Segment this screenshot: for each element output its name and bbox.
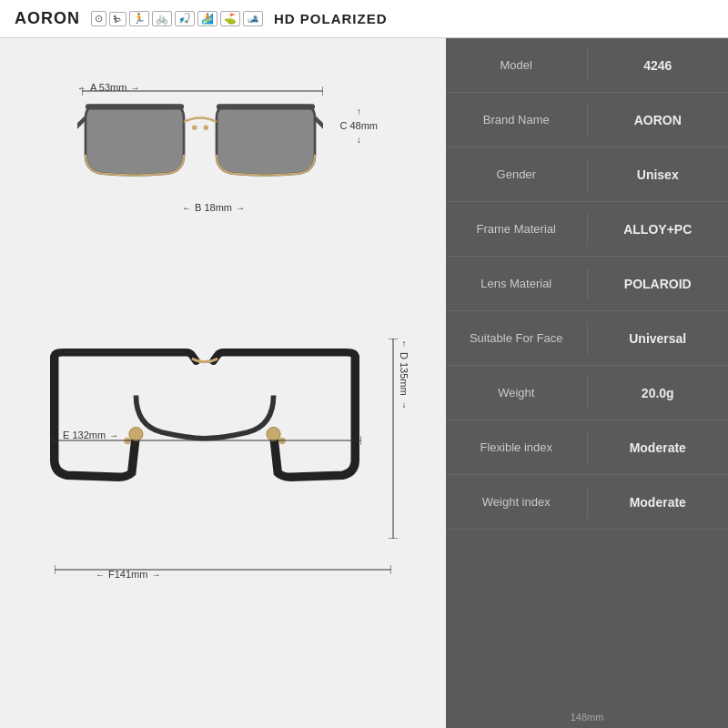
header: AORON ⊙ ⛷ 🏃 🚲 🎣 🏄 ⛳ 🎿 HD POLARIZED (0, 0, 728, 38)
spec-value-model: 4246 (587, 49, 729, 82)
svg-rect-2 (86, 104, 184, 109)
dim-d-container: ↑ D 135mm ↓ (399, 339, 410, 410)
dim-e-line (52, 436, 361, 445)
arrow-right-b: → (236, 203, 245, 213)
surf-icon: 🏄 (197, 11, 217, 26)
fish-icon: 🎣 (175, 11, 195, 26)
spec-row-weight: Weight 20.0g (446, 366, 728, 420)
spec-value-weight-index: Moderate (587, 486, 729, 519)
arrow-left-b: ← (182, 203, 191, 213)
spec-label-weight: Weight (446, 377, 587, 409)
dim-d-line (389, 339, 398, 539)
spec-label-model: Model (446, 49, 587, 81)
spec-row-flexible: Flexible index Moderate (446, 420, 728, 475)
specs-panel: Model 4246 Brand Name AORON Gender Unise… (446, 38, 728, 728)
ski-icon: ⛷ (109, 12, 126, 26)
spec-value-flexible: Moderate (587, 431, 729, 464)
spec-label-flexible: Flexible index (446, 431, 587, 463)
spec-label-brand: Brand Name (446, 104, 587, 136)
spec-label-weight-index: Weight index (446, 486, 587, 518)
arrow-down-c: ↓ (357, 135, 361, 145)
spec-value-weight: 20.0g (587, 377, 729, 410)
dim-b-label: B 18mm (195, 202, 232, 213)
dim-c-label: C 48mm (339, 120, 378, 131)
bottom-note-bar: 148mm (446, 706, 728, 728)
arrow-up-c: ↑ (357, 106, 361, 116)
circle-icon: ⊙ (91, 11, 106, 26)
spec-row-brand: Brand Name AORON (446, 93, 728, 147)
run-icon: 🏃 (129, 11, 149, 26)
dim-b-container: ← B 18mm → (182, 202, 245, 213)
spec-value-face: Universal (587, 322, 729, 355)
spec-label-frame-material: Frame Material (446, 213, 587, 245)
front-view-diagram: ← A 53mm → ← B 18mm → ↑ C 48mm ↓ (23, 56, 423, 316)
spec-row-frame-material: Frame Material ALLOY+PC (446, 202, 728, 257)
spec-label-gender: Gender (446, 158, 587, 190)
svg-point-4 (192, 126, 197, 130)
arrow-up-d: ↑ (402, 339, 407, 349)
dim-f-line (55, 565, 391, 574)
spec-value-gender: Unisex (587, 158, 729, 191)
golf-icon: ⛳ (220, 11, 240, 26)
dim-a-line (82, 86, 323, 96)
bottom-note-text: 148mm (571, 712, 604, 723)
svg-rect-3 (217, 104, 315, 109)
svg-point-5 (204, 126, 208, 130)
arrow-down-d: ↓ (402, 399, 407, 410)
bike-icon: 🚲 (152, 11, 172, 26)
diagram-panel: ← A 53mm → ← B 18mm → ↑ C 48mm ↓ (0, 38, 446, 728)
spec-row-gender: Gender Unisex (446, 147, 728, 202)
spec-label-lens-material: Lens Material (446, 268, 587, 299)
dim-c-container: ↑ C 48mm ↓ (339, 106, 378, 145)
spec-value-brand: AORON (587, 104, 729, 136)
spec-row-weight-index: Weight index Moderate (446, 475, 728, 530)
snow-icon: 🎿 (243, 11, 263, 26)
dim-d-label: D 135mm (399, 352, 410, 396)
hd-polarized-label: HD POLARIZED (274, 11, 388, 26)
spec-row-model: Model 4246 (446, 38, 728, 93)
main-content: ← A 53mm → ← B 18mm → ↑ C 48mm ↓ (0, 38, 728, 728)
back-view-diagram: ↑ D 135mm ↓ ← E 132mm → (23, 316, 423, 598)
spec-row-lens-material: Lens Material POLAROID (446, 257, 728, 311)
activity-icons: ⊙ ⛷ 🏃 🚲 🎣 🏄 ⛳ 🎿 (91, 11, 263, 26)
spec-label-face: Suitable For Face (446, 322, 587, 354)
brand-name: AORON (15, 9, 80, 28)
spec-row-face: Suitable For Face Universal (446, 311, 728, 366)
spec-value-frame-material: ALLOY+PC (587, 213, 729, 246)
spec-value-lens-material: POLAROID (587, 268, 729, 300)
